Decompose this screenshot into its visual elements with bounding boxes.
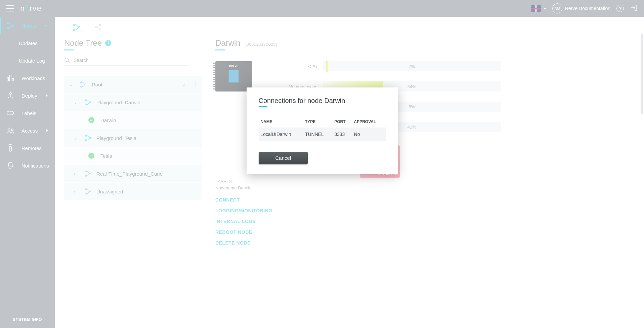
modal-title: Connections for node Darwin [259, 97, 345, 105]
cancel-button[interactable]: Cancel [259, 152, 308, 164]
col-approval: APPROVAL [352, 116, 386, 127]
col-port: PORT [332, 116, 352, 127]
col-name: NAME [259, 116, 303, 127]
connections-modal: Connections for node Darwin NAME TYPE PO… [247, 87, 398, 174]
table-row[interactable]: LocalUIDarwin TUNNEL 3333 No [259, 127, 386, 141]
col-type: TYPE [303, 116, 332, 127]
modal-overlay[interactable]: Connections for node Darwin NAME TYPE PO… [0, 0, 644, 328]
connections-table: NAME TYPE PORT APPROVAL LocalUIDarwin TU… [259, 116, 386, 141]
